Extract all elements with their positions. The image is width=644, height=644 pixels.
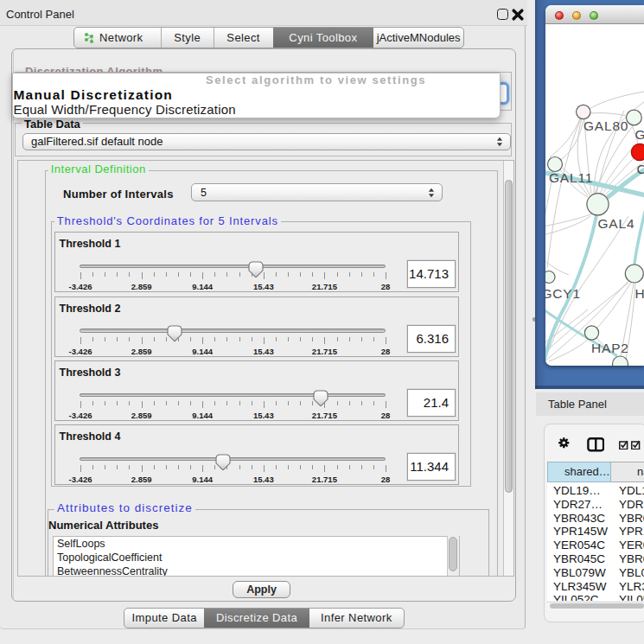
svg-text:HI: HI bbox=[635, 286, 644, 301]
svg-text:GA: GA bbox=[635, 127, 644, 142]
svg-text:GAL11: GAL11 bbox=[549, 170, 593, 185]
svg-text:GCY1: GCY1 bbox=[545, 286, 581, 301]
svg-text:GAL80: GAL80 bbox=[583, 118, 628, 133]
svg-text:HAP2: HAP2 bbox=[591, 341, 629, 355]
svg-text:CY: CY bbox=[637, 162, 644, 176]
svg-text:GAL4: GAL4 bbox=[598, 216, 635, 231]
